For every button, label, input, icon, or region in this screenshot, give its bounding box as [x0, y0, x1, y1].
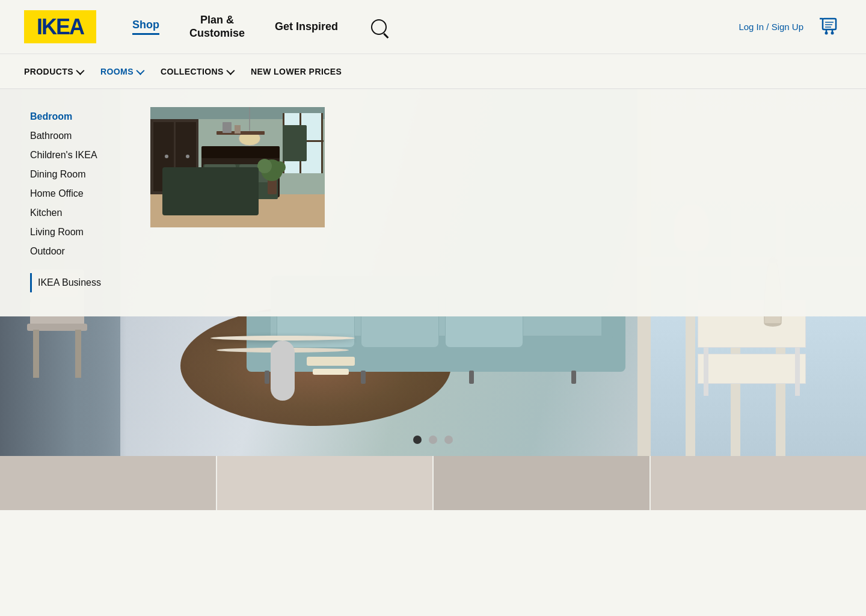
dropdown-item-bedroom[interactable]: Bedroom: [30, 107, 114, 126]
svg-rect-23: [204, 164, 236, 182]
coffee-table-leg: [271, 340, 295, 401]
svg-rect-15: [299, 113, 301, 173]
bedroom-svg: [150, 107, 325, 227]
rooms-dropdown: Bedroom Bathroom Children's IKEA Dining …: [0, 89, 866, 316]
cat-collections[interactable]: COLLECTIONS: [161, 67, 251, 76]
carousel-dot-2[interactable]: [429, 436, 437, 444]
dropdown-item-bathroom[interactable]: Bathroom: [30, 126, 114, 146]
bedroom-preview-image[interactable]: [150, 107, 325, 227]
dropdown-item-dining[interactable]: Dining Room: [30, 165, 114, 184]
svg-rect-8: [150, 191, 325, 227]
login-link[interactable]: Log In / Sign Up: [739, 22, 803, 32]
cat-lower-prices[interactable]: NEW LOWER PRICES: [251, 67, 360, 76]
search-button[interactable]: [368, 16, 390, 38]
dropdown-item-kitchen[interactable]: Kitchen: [30, 203, 114, 223]
dropdown-item-childrens[interactable]: Children's IKEA: [30, 146, 114, 165]
nav-inspire[interactable]: Get Inspired: [275, 20, 338, 34]
cat-collections-label: COLLECTIONS: [161, 67, 224, 76]
rooms-chevron-icon: [136, 66, 144, 75]
side-table-leg-right: [795, 348, 800, 396]
dropdown-item-business[interactable]: IKEA Business: [30, 273, 114, 292]
logo-area: IKEA: [24, 10, 96, 43]
cart-icon: [815, 13, 842, 39]
sofa-leg-3: [469, 371, 474, 384]
sofa-leg-4: [571, 371, 576, 384]
svg-rect-40: [75, 330, 81, 378]
svg-rect-18: [176, 122, 196, 191]
dropdown-image-col: [132, 107, 343, 292]
category-bar: PRODUCTS ROOMS COLLECTIONS NEW LOWER PRI…: [0, 54, 866, 89]
search-icon: [371, 19, 387, 35]
svg-point-3: [825, 31, 828, 34]
svg-point-19: [165, 155, 168, 158]
carousel-dot-1[interactable]: [413, 436, 422, 444]
bottom-card-3: [434, 456, 650, 510]
bottom-card-1: [0, 456, 216, 510]
svg-point-20: [186, 155, 189, 158]
carousel-dots: [413, 436, 453, 444]
dropdown-item-outdoor[interactable]: Outdoor: [30, 242, 114, 261]
cat-rooms-label: ROOMS: [100, 67, 134, 76]
svg-point-32: [274, 161, 286, 173]
bedroom-illustration: [150, 107, 325, 227]
cat-products-label: PRODUCTS: [24, 67, 73, 76]
main-nav: Shop Plan & Customise Get Inspired: [132, 14, 739, 40]
carousel-dot-3[interactable]: [444, 436, 453, 444]
bottom-card-2: [217, 456, 433, 510]
hero-coffee-table-items: [295, 357, 367, 375]
ikea-logo[interactable]: IKEA: [24, 10, 96, 43]
bottom-card-4: [651, 456, 867, 510]
svg-rect-13: [321, 113, 323, 173]
header: IKEA Shop Plan & Customise Get Inspired …: [0, 0, 866, 54]
cat-lower-prices-label: NEW LOWER PRICES: [251, 67, 342, 76]
svg-rect-17: [153, 122, 174, 191]
svg-point-4: [831, 31, 834, 34]
coffee-table-top: [210, 336, 355, 340]
svg-rect-35: [235, 125, 241, 134]
category-bar-wrapper: PRODUCTS ROOMS COLLECTIONS NEW LOWER PRI…: [0, 54, 866, 89]
nav-plan[interactable]: Plan & Customise: [189, 14, 245, 40]
dropdown-item-living[interactable]: Living Room: [30, 223, 114, 242]
svg-rect-0: [823, 19, 836, 29]
logo-text: IKEA: [37, 14, 84, 40]
svg-point-31: [257, 159, 272, 173]
svg-rect-26: [198, 173, 200, 191]
cart-button[interactable]: [815, 13, 842, 42]
dropdown-items-col: Bedroom Bathroom Children's IKEA Dining …: [0, 107, 132, 292]
cat-products[interactable]: PRODUCTS: [24, 67, 100, 76]
side-table-shelf: [698, 354, 806, 384]
collections-chevron-icon: [226, 66, 235, 75]
svg-rect-11: [283, 113, 322, 173]
svg-rect-25: [201, 146, 280, 158]
bottom-preview-row: [0, 456, 866, 510]
dropdown-item-office[interactable]: Home Office: [30, 184, 114, 203]
header-right: Log In / Sign Up: [739, 13, 842, 42]
products-chevron-icon: [76, 66, 84, 75]
svg-rect-39: [33, 330, 39, 378]
svg-rect-14: [283, 140, 324, 142]
side-table-leg-left: [704, 348, 708, 396]
nav-shop[interactable]: Shop: [132, 19, 159, 35]
svg-rect-34: [223, 122, 232, 133]
cat-rooms[interactable]: ROOMS: [100, 67, 161, 76]
hero-coffee-table: [198, 336, 367, 414]
